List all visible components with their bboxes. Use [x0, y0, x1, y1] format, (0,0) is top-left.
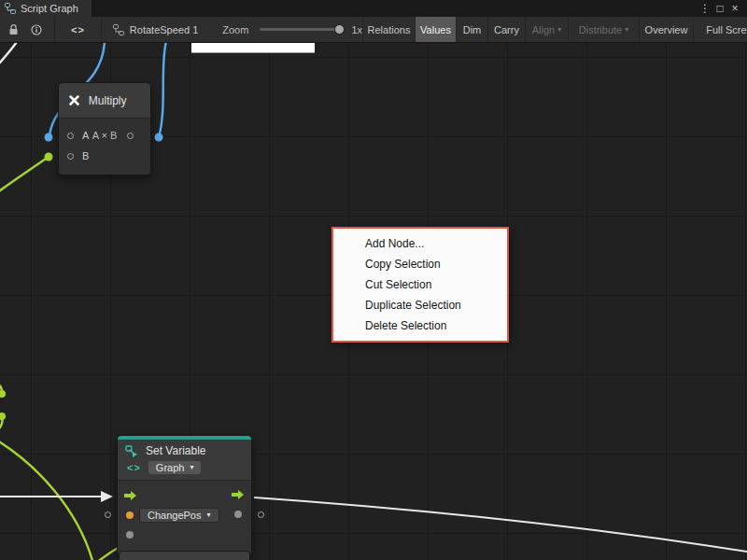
- variable-dropdown-value: ChangePos: [148, 510, 202, 521]
- unity-script-graph-window: { "ui": { "caret": "▾", "code_glyph": "<…: [0, 0, 747, 560]
- window-menu-icon[interactable]: ⋮: [698, 0, 712, 17]
- carry-button[interactable]: Carry: [487, 17, 525, 42]
- partial-node-below[interactable]: [119, 551, 250, 560]
- variable-output-port[interactable]: [234, 511, 242, 518]
- relations-button[interactable]: Relations: [362, 17, 415, 42]
- graph-canvas[interactable]: × Multiply A A × B B: [0, 43, 747, 560]
- multiply-row-a: A A × B: [59, 125, 150, 146]
- value-input-port[interactable]: [126, 531, 134, 539]
- set-variable-icon: [125, 445, 138, 457]
- menu-item-delete-selection[interactable]: Delete Selection: [333, 315, 507, 336]
- dim-button[interactable]: Dim: [456, 17, 487, 42]
- menu-item-cut-selection[interactable]: Cut Selection: [333, 274, 507, 295]
- menu-item-duplicate-selection[interactable]: Duplicate Selection: [333, 295, 507, 315]
- graph-scope-icon: <>: [127, 462, 141, 473]
- title-bar: Script Graph ⋮ □ ×: [0, 0, 747, 17]
- scope-dropdown-value: Graph: [156, 462, 185, 473]
- multiply-node-title: Multiply: [89, 94, 127, 107]
- multiply-row-b: B: [59, 146, 150, 166]
- info-icon[interactable]: [31, 17, 42, 42]
- set-variable-body: ChangePos ▾: [118, 481, 251, 555]
- flow-output-port[interactable]: [232, 490, 245, 499]
- code-preview-button[interactable]: <>: [54, 17, 102, 42]
- multiply-node[interactable]: × Multiply A A × B B: [58, 82, 151, 175]
- port-output[interactable]: [127, 133, 134, 139]
- scope-dropdown[interactable]: Graph ▾: [148, 461, 202, 474]
- window-close-icon[interactable]: ×: [727, 0, 742, 17]
- external-input-ring[interactable]: [105, 511, 111, 518]
- chevron-down-icon: ▾: [207, 511, 211, 519]
- variable-dropdown[interactable]: ChangePos ▾: [139, 508, 219, 523]
- output-label: A × B: [78, 130, 132, 141]
- graph-asset-icon: [113, 24, 124, 35]
- variable-row: ChangePos ▾: [118, 505, 251, 525]
- values-button[interactable]: Values: [415, 17, 456, 42]
- port-a-input[interactable]: [67, 133, 74, 139]
- flow-input-port[interactable]: [124, 491, 137, 500]
- zoom-label: Zoom: [222, 24, 248, 35]
- window-maximize-icon[interactable]: □: [712, 0, 727, 17]
- zoom-slider-knob[interactable]: [334, 24, 345, 35]
- graph-name-label: RotateSpeed 1: [130, 24, 198, 35]
- graph-toolbar: <> RotateSpeed 1 Zoom 1x Relations Value…: [0, 17, 747, 43]
- multiply-icon: ×: [68, 91, 80, 111]
- tab-script-graph[interactable]: Script Graph: [0, 0, 92, 17]
- menu-item-copy-selection[interactable]: Copy Selection: [333, 254, 507, 274]
- script-graph-icon: [5, 3, 16, 14]
- context-menu: Add Node... Copy Selection Cut Selection…: [331, 227, 509, 343]
- set-variable-node[interactable]: Set Variable <> Graph ▾: [117, 435, 252, 556]
- set-variable-title: Set Variable: [146, 444, 205, 457]
- chevron-down-icon: ▾: [625, 26, 628, 34]
- port-b-label: B: [82, 150, 89, 161]
- align-button[interactable]: Align▾: [525, 17, 568, 42]
- zoom-value: 1x: [351, 24, 362, 35]
- distribute-button[interactable]: Distribute▾: [568, 17, 639, 42]
- variable-name-port[interactable]: [126, 511, 134, 519]
- graph-breadcrumb[interactable]: RotateSpeed 1: [113, 24, 198, 35]
- overview-button[interactable]: Overview: [639, 17, 693, 42]
- tab-label: Script Graph: [21, 3, 78, 14]
- lock-icon[interactable]: [8, 17, 19, 42]
- toolbar-left: <> RotateSpeed 1 Zoom 1x: [0, 17, 362, 42]
- zoom-slider[interactable]: [260, 28, 342, 31]
- port-b-input[interactable]: [67, 153, 74, 160]
- multiply-node-header[interactable]: × Multiply: [59, 83, 150, 119]
- toolbar-buttons: Relations Values Dim Carry Align▾ Distri…: [362, 17, 747, 42]
- chevron-down-icon: ▾: [190, 464, 193, 471]
- value-row: [118, 525, 251, 544]
- menu-item-add-node[interactable]: Add Node...: [333, 233, 507, 254]
- white-node-bar[interactable]: [191, 43, 315, 53]
- chevron-down-icon: ▾: [557, 26, 561, 34]
- flow-row: [118, 485, 251, 505]
- full-screen-button[interactable]: Full Screen: [693, 17, 747, 42]
- external-output-ring[interactable]: [258, 511, 264, 518]
- window-controls: ⋮ □ ×: [698, 0, 747, 17]
- multiply-node-body: A A × B B: [59, 119, 150, 175]
- set-variable-header[interactable]: Set Variable <> Graph ▾: [118, 440, 251, 481]
